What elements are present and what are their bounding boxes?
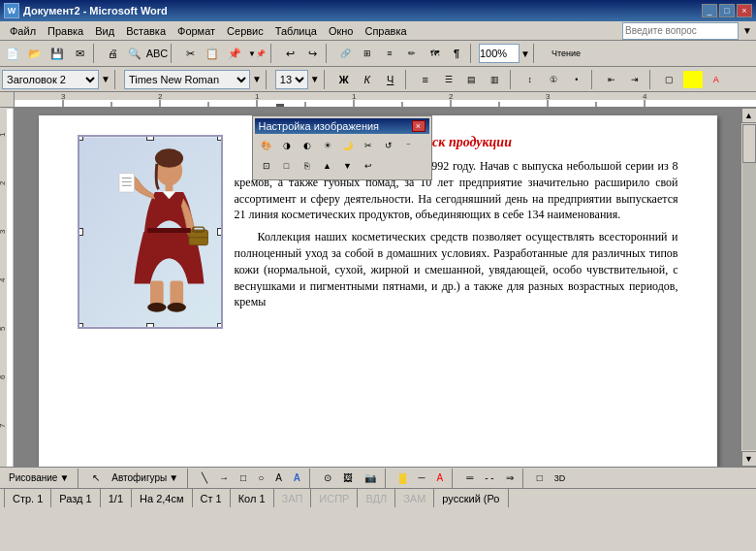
autoshapes-dropdown[interactable]: Автофигуры ▼ bbox=[107, 470, 183, 487]
paste-button[interactable]: 📌 bbox=[224, 43, 245, 64]
style-dropdown[interactable]: Заголовок 2 bbox=[2, 70, 99, 89]
close-button[interactable]: × bbox=[737, 4, 752, 17]
print-preview-button[interactable]: 🔍 bbox=[124, 43, 145, 64]
hyperlink-button[interactable]: 🔗 bbox=[334, 43, 356, 64]
menu-file[interactable]: Файл bbox=[4, 23, 42, 39]
menu-view[interactable]: Вид bbox=[89, 23, 120, 39]
border-button[interactable]: ▢ bbox=[659, 70, 680, 89]
drawing-dropdown[interactable]: Рисование ▼ bbox=[4, 470, 74, 487]
font-color-button[interactable]: A bbox=[706, 70, 727, 89]
img-btn-wrap[interactable]: ⎘ bbox=[298, 156, 317, 176]
document-image[interactable] bbox=[78, 135, 223, 329]
menu-format[interactable]: Формат bbox=[172, 23, 221, 39]
zoom-input[interactable]: 100% bbox=[479, 44, 520, 63]
dash-style-button[interactable]: - - bbox=[480, 470, 498, 487]
img-btn-less-contrast[interactable]: ◐ bbox=[298, 136, 317, 155]
arrow-style-button[interactable]: ⇒ bbox=[501, 470, 519, 487]
decrease-indent-button[interactable]: ⇤ bbox=[601, 70, 622, 89]
autoshapes-arrow[interactable]: ▼ bbox=[169, 472, 178, 483]
line-spacing-button[interactable]: ↕ bbox=[520, 70, 541, 89]
img-btn-more-contrast[interactable]: ◑ bbox=[277, 136, 297, 155]
handle-middle-right[interactable] bbox=[217, 228, 223, 236]
handle-top-right[interactable] bbox=[217, 135, 223, 141]
font-color-draw-button[interactable]: A bbox=[431, 470, 448, 487]
columns-button[interactable]: ≡ bbox=[379, 43, 400, 64]
menu-insert[interactable]: Вставка bbox=[120, 23, 172, 39]
handle-middle-left[interactable] bbox=[78, 228, 83, 236]
minimize-button[interactable]: _ bbox=[702, 4, 717, 17]
3d-button[interactable]: 3D bbox=[550, 470, 571, 487]
style-dropdown-arrow[interactable]: ▼ bbox=[101, 74, 110, 84]
docmap-button[interactable]: 🗺 bbox=[424, 43, 445, 64]
save-button[interactable]: 💾 bbox=[47, 43, 68, 64]
spellcheck-button[interactable]: ABC bbox=[146, 43, 168, 64]
img-btn-more-bright[interactable]: ☀ bbox=[318, 136, 337, 155]
handle-top-left[interactable] bbox=[78, 135, 83, 141]
numbering-button[interactable]: ① bbox=[543, 70, 564, 89]
tables-button[interactable]: ⊞ bbox=[357, 43, 378, 64]
italic-button[interactable]: К bbox=[357, 70, 378, 89]
fill-color-button[interactable]: ▓ bbox=[394, 470, 411, 487]
select-arrow-button[interactable]: ↖ bbox=[87, 470, 105, 487]
line-color-button[interactable]: ─ bbox=[413, 470, 429, 487]
show-para-button[interactable]: ¶ bbox=[446, 43, 467, 64]
window-controls[interactable]: _ □ × bbox=[702, 4, 752, 17]
open-button[interactable]: 📂 bbox=[24, 43, 46, 64]
img-btn-format[interactable]: □ bbox=[277, 156, 297, 176]
scroll-down-button[interactable]: ▼ bbox=[741, 451, 757, 467]
img-btn-reset[interactable]: ↩ bbox=[359, 156, 378, 176]
zoom-dropdown[interactable]: ▼ bbox=[520, 49, 530, 59]
redo-button[interactable]: ↪ bbox=[301, 43, 323, 64]
image-toolbar-close[interactable]: × bbox=[412, 120, 425, 132]
img-btn-rotate-left[interactable]: ↺ bbox=[379, 136, 398, 155]
print-button[interactable]: 🖨 bbox=[102, 43, 123, 64]
align-justify-button[interactable]: ▥ bbox=[485, 70, 506, 89]
textbox-tool[interactable]: A bbox=[270, 470, 287, 487]
undo-button[interactable]: ↩ bbox=[279, 43, 300, 64]
align-left-button[interactable]: ≡ bbox=[415, 70, 436, 89]
line-style-button[interactable]: ═ bbox=[461, 470, 478, 487]
handle-bottom-right[interactable] bbox=[217, 323, 223, 329]
underline-button[interactable]: Ч bbox=[380, 70, 401, 89]
handle-bottom-left[interactable] bbox=[78, 323, 83, 329]
clipart-tool[interactable]: 🖼 bbox=[338, 470, 358, 487]
scroll-thumb[interactable] bbox=[742, 124, 756, 163]
diagram-tool[interactable]: ⊙ bbox=[319, 470, 336, 487]
bullets-button[interactable]: • bbox=[566, 70, 587, 89]
read-mode-button[interactable]: Чтение bbox=[542, 43, 590, 64]
img-btn-fwd[interactable]: ▲ bbox=[318, 156, 337, 176]
image-toolbar-title[interactable]: Настройка изображения × bbox=[255, 118, 429, 134]
menu-window[interactable]: Окно bbox=[323, 23, 360, 39]
scroll-up-button[interactable]: ▲ bbox=[741, 108, 757, 123]
paste-special-button[interactable]: ▼📌 bbox=[246, 43, 268, 64]
img-btn-color[interactable]: 🎨 bbox=[257, 136, 276, 155]
oval-tool[interactable]: ○ bbox=[253, 470, 268, 487]
font-dropdown[interactable]: Times New Roman bbox=[124, 70, 250, 89]
copy-button[interactable]: 📋 bbox=[202, 43, 223, 64]
maximize-button[interactable]: □ bbox=[719, 4, 735, 17]
drawing-button[interactable]: ✏ bbox=[401, 43, 423, 64]
handle-bottom-middle[interactable] bbox=[146, 323, 154, 329]
align-right-button[interactable]: ▤ bbox=[461, 70, 483, 89]
img-btn-bwd[interactable]: ▼ bbox=[338, 156, 358, 176]
menu-help[interactable]: Справка bbox=[359, 23, 412, 39]
rect-tool[interactable]: □ bbox=[236, 470, 251, 487]
arrow-tool[interactable]: → bbox=[214, 470, 234, 487]
shadow-button[interactable]: □ bbox=[532, 470, 548, 487]
font-dropdown-arrow[interactable]: ▼ bbox=[252, 74, 262, 84]
bold-button[interactable]: Ж bbox=[333, 70, 355, 89]
wordart-tool[interactable]: A bbox=[289, 470, 305, 487]
new-button[interactable]: 📄 bbox=[2, 43, 23, 64]
increase-indent-button[interactable]: ⇥ bbox=[624, 70, 646, 89]
line-tool[interactable]: ╲ bbox=[197, 470, 212, 487]
menu-tools[interactable]: Сервис bbox=[221, 23, 269, 39]
img-btn-compress[interactable]: ⊡ bbox=[257, 156, 276, 176]
menu-table[interactable]: Таблица bbox=[269, 23, 323, 39]
img-btn-line[interactable]: ⁻ bbox=[399, 136, 419, 155]
scroll-track[interactable] bbox=[742, 124, 756, 450]
align-center-button[interactable]: ☰ bbox=[438, 70, 459, 89]
img-btn-less-bright[interactable]: 🌙 bbox=[338, 136, 358, 155]
img-btn-crop[interactable]: ✂ bbox=[359, 136, 378, 155]
highlight-button[interactable]: A bbox=[682, 70, 704, 89]
picture-tool[interactable]: 📷 bbox=[360, 470, 381, 487]
